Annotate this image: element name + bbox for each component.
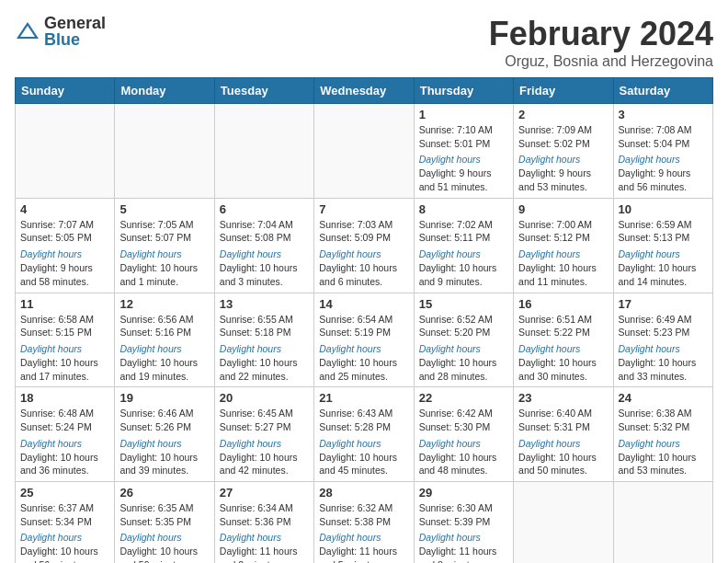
daylight-value: Daylight: 10 hours and 48 minutes. (419, 451, 508, 477)
logo-general: General (44, 15, 106, 31)
day-info: Sunrise: 7:07 AM (20, 218, 109, 232)
day-cell: 14Sunrise: 6:54 AMSunset: 5:19 PMDayligh… (314, 293, 414, 387)
daylight-label: Daylight hours (319, 532, 381, 543)
day-number: 24 (619, 391, 708, 405)
daylight-value: Daylight: 10 hours and 22 minutes. (220, 356, 309, 383)
daylight-value: Daylight: 10 hours and 6 minutes. (319, 261, 408, 288)
calendar-subtitle: Orguz, Bosnia and Herzegovina (489, 53, 713, 70)
day-cell: 16Sunrise: 6:51 AMSunset: 5:22 PMDayligh… (514, 293, 613, 387)
header-row: SundayMondayTuesdayWednesdayThursdayFrid… (16, 78, 713, 104)
day-cell: 17Sunrise: 6:49 AMSunset: 5:23 PMDayligh… (613, 293, 712, 387)
column-header-thursday: Thursday (414, 78, 513, 104)
week-row-2: 4Sunrise: 7:07 AMSunset: 5:05 PMDaylight… (16, 198, 713, 293)
daylight-label: Daylight hours (619, 343, 680, 354)
day-sunset: Sunset: 5:05 PM (20, 231, 109, 245)
day-sunset: Sunset: 5:23 PM (619, 326, 708, 339)
daylight-value: Daylight: 10 hours and 42 minutes. (220, 451, 309, 477)
day-info: Sunrise: 6:51 AM (518, 313, 608, 327)
column-header-sunday: Sunday (16, 78, 115, 104)
day-sunset: Sunset: 5:15 PM (20, 326, 109, 339)
logo: General Blue (15, 15, 106, 48)
day-cell: 28Sunrise: 6:32 AMSunset: 5:38 PMDayligh… (314, 482, 414, 564)
day-sunset: Sunset: 5:04 PM (619, 137, 708, 151)
day-sunset: Sunset: 5:11 PM (419, 231, 508, 245)
daylight-value: Daylight: 9 hours and 56 minutes. (619, 167, 708, 193)
daylight-value: Daylight: 10 hours and 17 minutes. (20, 356, 109, 383)
day-cell (214, 104, 313, 199)
daylight-value: Daylight: 9 hours and 58 minutes. (20, 261, 109, 288)
daylight-label: Daylight hours (619, 154, 680, 165)
daylight-value: Daylight: 10 hours and 36 minutes. (20, 451, 109, 477)
daylight-label: Daylight hours (619, 438, 680, 449)
day-number: 23 (518, 391, 608, 405)
day-info: Sunrise: 7:02 AM (419, 218, 508, 232)
day-number: 16 (518, 297, 608, 311)
day-cell: 21Sunrise: 6:43 AMSunset: 5:28 PMDayligh… (314, 387, 414, 482)
logo-blue: Blue (44, 31, 106, 48)
day-number: 27 (220, 486, 309, 500)
daylight-value: Daylight: 11 hours and 2 minutes. (220, 545, 309, 563)
day-number: 8 (419, 202, 508, 216)
daylight-label: Daylight hours (119, 248, 181, 259)
day-info: Sunrise: 6:37 AM (20, 501, 109, 515)
daylight-label: Daylight hours (518, 248, 580, 259)
day-info: Sunrise: 7:09 AM (518, 123, 608, 137)
day-info: Sunrise: 6:58 AM (20, 313, 109, 327)
day-sunset: Sunset: 5:09 PM (319, 231, 408, 245)
daylight-value: Daylight: 10 hours and 39 minutes. (119, 451, 209, 477)
day-cell: 11Sunrise: 6:58 AMSunset: 5:15 PMDayligh… (16, 293, 115, 387)
day-number: 7 (319, 202, 408, 216)
daylight-value: Daylight: 10 hours and 3 minutes. (220, 261, 309, 288)
day-info: Sunrise: 6:55 AM (220, 313, 309, 327)
day-number: 25 (20, 486, 109, 500)
day-cell: 5Sunrise: 7:05 AMSunset: 5:07 PMDaylight… (115, 198, 214, 293)
week-row-4: 18Sunrise: 6:48 AMSunset: 5:24 PMDayligh… (16, 387, 713, 482)
week-row-5: 25Sunrise: 6:37 AMSunset: 5:34 PMDayligh… (16, 482, 713, 564)
day-cell: 29Sunrise: 6:30 AMSunset: 5:39 PMDayligh… (414, 482, 513, 564)
week-row-3: 11Sunrise: 6:58 AMSunset: 5:15 PMDayligh… (16, 293, 713, 387)
day-info: Sunrise: 7:03 AM (319, 218, 408, 232)
daylight-value: Daylight: 10 hours and 33 minutes. (619, 356, 708, 383)
day-sunset: Sunset: 5:02 PM (518, 137, 608, 151)
daylight-value: Daylight: 10 hours and 53 minutes. (619, 451, 708, 477)
day-sunset: Sunset: 5:26 PM (119, 420, 209, 434)
column-header-monday: Monday (115, 78, 214, 104)
day-info: Sunrise: 7:10 AM (419, 123, 508, 137)
daylight-value: Daylight: 10 hours and 59 minutes. (119, 545, 209, 563)
day-number: 12 (119, 297, 209, 311)
day-cell: 2Sunrise: 7:09 AMSunset: 5:02 PMDaylight… (514, 104, 613, 199)
column-header-friday: Friday (514, 78, 613, 104)
day-sunset: Sunset: 5:31 PM (518, 420, 608, 434)
day-number: 5 (119, 202, 209, 216)
daylight-label: Daylight hours (220, 438, 281, 449)
daylight-value: Daylight: 10 hours and 11 minutes. (518, 261, 608, 288)
daylight-value: Daylight: 10 hours and 14 minutes. (619, 261, 708, 288)
day-cell: 3Sunrise: 7:08 AMSunset: 5:04 PMDaylight… (613, 104, 712, 199)
daylight-label: Daylight hours (518, 154, 580, 165)
daylight-value: Daylight: 10 hours and 9 minutes. (419, 261, 508, 288)
daylight-label: Daylight hours (419, 343, 481, 354)
daylight-label: Daylight hours (119, 343, 181, 354)
day-info: Sunrise: 6:49 AM (619, 313, 708, 327)
day-number: 3 (619, 108, 708, 121)
daylight-value: Daylight: 11 hours and 5 minutes. (319, 545, 408, 563)
daylight-label: Daylight hours (119, 532, 181, 543)
day-number: 28 (319, 486, 408, 500)
day-cell (16, 104, 115, 199)
day-info: Sunrise: 7:08 AM (619, 123, 708, 137)
day-sunset: Sunset: 5:20 PM (419, 326, 508, 339)
daylight-label: Daylight hours (518, 343, 580, 354)
day-info: Sunrise: 6:52 AM (419, 313, 508, 327)
day-number: 18 (20, 391, 109, 405)
day-number: 26 (119, 486, 209, 500)
day-cell: 24Sunrise: 6:38 AMSunset: 5:32 PMDayligh… (613, 387, 712, 482)
day-sunset: Sunset: 5:32 PM (619, 420, 708, 434)
day-info: Sunrise: 6:45 AM (220, 407, 309, 420)
day-cell (115, 104, 214, 199)
daylight-value: Daylight: 10 hours and 50 minutes. (518, 451, 608, 477)
daylight-label: Daylight hours (220, 343, 281, 354)
day-cell: 1Sunrise: 7:10 AMSunset: 5:01 PMDaylight… (414, 104, 513, 199)
calendar-table: SundayMondayTuesdayWednesdayThursdayFrid… (15, 77, 713, 563)
daylight-label: Daylight hours (319, 438, 381, 449)
day-number: 4 (20, 202, 109, 216)
